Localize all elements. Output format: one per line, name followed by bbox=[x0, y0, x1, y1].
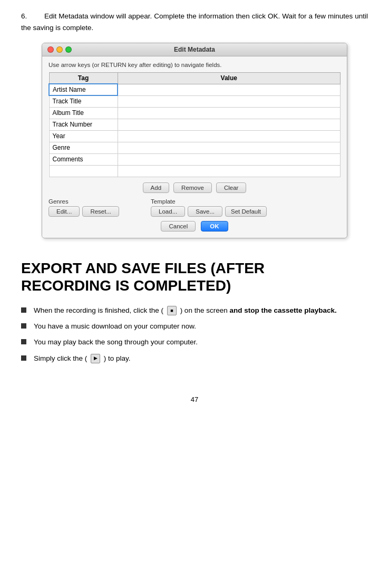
value-year[interactable] bbox=[118, 130, 341, 142]
close-button[interactable] bbox=[47, 46, 54, 53]
bullet-icon bbox=[21, 355, 26, 361]
table-row: Album Title bbox=[49, 107, 341, 119]
value-artist[interactable] bbox=[118, 84, 341, 95]
table-row: Comments bbox=[49, 153, 341, 165]
template-label: Template bbox=[151, 198, 267, 205]
table-row-empty bbox=[49, 165, 341, 177]
edit-metadata-window: Edit Metadata Use arrow keys (or RETURN … bbox=[42, 43, 347, 238]
col-tag: Tag bbox=[49, 73, 118, 84]
genres-reset-button[interactable]: Reset... bbox=[82, 206, 119, 217]
bullet-list: When the recording is finished, click th… bbox=[21, 305, 368, 364]
set-default-button[interactable]: Set Default bbox=[225, 206, 267, 217]
tag-year: Year bbox=[49, 130, 118, 142]
tag-empty bbox=[49, 165, 118, 177]
step-intro: 6. Edit Metadata window will appear. Com… bbox=[21, 11, 368, 33]
table-row: Artist Name bbox=[49, 84, 341, 95]
value-track-number[interactable] bbox=[118, 119, 341, 130]
template-save-button[interactable]: Save... bbox=[188, 206, 222, 217]
value-track-title[interactable] bbox=[118, 95, 341, 107]
window-body: Use arrow keys (or RETURN key after edit… bbox=[42, 56, 347, 238]
tag-artist[interactable]: Artist Name bbox=[49, 84, 118, 95]
tag-album-title: Album Title bbox=[49, 107, 118, 119]
section-heading: EXPORT AND SAVE FILES (AFTER RECORDING I… bbox=[21, 259, 368, 295]
metadata-table: Tag Value Artist Name Track Title Album … bbox=[48, 72, 341, 177]
list-item: You may play back the song through your … bbox=[21, 337, 368, 348]
stop-icon: ■ bbox=[167, 306, 177, 315]
step-number: 6. bbox=[21, 11, 42, 22]
window-title: Edit Metadata bbox=[174, 46, 215, 53]
genres-section: Genres Edit... Reset... bbox=[48, 198, 119, 217]
table-row: Track Number bbox=[49, 119, 341, 130]
heading-line1: EXPORT AND SAVE FILES (AFTER bbox=[21, 260, 265, 276]
bullet-text-3: You may play back the song through your … bbox=[34, 337, 198, 348]
maximize-button[interactable] bbox=[65, 46, 72, 53]
ok-button[interactable]: OK bbox=[201, 221, 228, 232]
page-number: 47 bbox=[21, 396, 368, 403]
tag-track-title: Track Title bbox=[49, 95, 118, 107]
list-item: When the recording is finished, click th… bbox=[21, 305, 368, 316]
add-button[interactable]: Add bbox=[143, 182, 169, 193]
tag-genre: Genre bbox=[49, 142, 118, 153]
bullet-text-1: When the recording is finished, click th… bbox=[34, 305, 337, 316]
minimize-button[interactable] bbox=[56, 46, 63, 53]
bullet-text-4: Simply click the ( ▶ ) to play. bbox=[34, 353, 131, 364]
table-row: Track Title bbox=[49, 95, 341, 107]
list-item: Simply click the ( ▶ ) to play. bbox=[21, 353, 368, 364]
list-item: You have a music download on your comput… bbox=[21, 321, 368, 332]
genres-template-row: Genres Edit... Reset... Template Load...… bbox=[48, 198, 341, 217]
heading-line2: RECORDING IS COMPLETED) bbox=[21, 277, 231, 294]
remove-button[interactable]: Remove bbox=[173, 182, 212, 193]
template-load-button[interactable]: Load... bbox=[151, 206, 185, 217]
genres-edit-button[interactable]: Edit... bbox=[48, 206, 80, 217]
bullet-icon bbox=[21, 323, 26, 329]
value-comments[interactable] bbox=[118, 153, 341, 165]
tag-comments: Comments bbox=[49, 153, 118, 165]
template-buttons: Load... Save... Set Default bbox=[151, 206, 267, 217]
cancel-ok-row: Cancel OK bbox=[48, 221, 341, 232]
title-bar: Edit Metadata bbox=[42, 43, 347, 56]
tag-track-number: Track Number bbox=[49, 119, 118, 130]
window-hint: Use arrow keys (or RETURN key after edit… bbox=[48, 62, 341, 68]
value-empty bbox=[118, 165, 341, 177]
bullet-icon bbox=[21, 339, 26, 344]
value-album-title[interactable] bbox=[118, 107, 341, 119]
metadata-action-buttons: Add Remove Clear bbox=[48, 182, 341, 193]
clear-button[interactable]: Clear bbox=[216, 182, 246, 193]
play-icon: ▶ bbox=[91, 354, 100, 363]
step-text: Edit Metadata window will appear. Comple… bbox=[21, 12, 368, 32]
genres-buttons: Edit... Reset... bbox=[48, 206, 119, 217]
cancel-button[interactable]: Cancel bbox=[161, 221, 196, 232]
template-section: Template Load... Save... Set Default bbox=[151, 198, 267, 217]
bullet-icon bbox=[21, 307, 26, 313]
table-row: Year bbox=[49, 130, 341, 142]
table-row: Genre bbox=[49, 142, 341, 153]
value-genre[interactable] bbox=[118, 142, 341, 153]
bullet-text-2: You have a music download on your comput… bbox=[34, 321, 196, 332]
title-bar-buttons bbox=[47, 46, 72, 53]
col-value: Value bbox=[118, 73, 341, 84]
genres-label: Genres bbox=[48, 198, 119, 205]
